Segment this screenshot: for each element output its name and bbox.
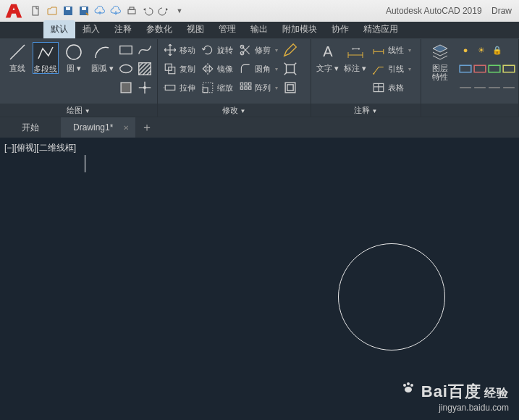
chevron-down-icon: ▾ (107, 64, 114, 72)
scale-icon (201, 81, 214, 94)
tab-parametric[interactable]: 参数化 (139, 20, 180, 38)
svg-rect-27 (245, 87, 247, 89)
layer-tool-icon[interactable] (472, 61, 488, 77)
document-tabs: 开始 Drawing1* ✕ ＋ (0, 117, 519, 138)
array-button[interactable]: 阵列▾ (237, 80, 279, 96)
panel-title-annotate[interactable]: 注释 (311, 104, 421, 117)
region-icon[interactable] (118, 80, 134, 96)
tab-drawing1[interactable]: Drawing1* ✕ (62, 117, 135, 138)
linear-dim-button[interactable]: 线性▾ (371, 42, 413, 58)
table-button[interactable]: 表格 (371, 80, 413, 96)
scale-button[interactable]: 缩放 (200, 80, 235, 96)
text-button[interactable]: A 文字 ▾ (316, 42, 340, 72)
layer-tool-icon[interactable] (457, 61, 473, 77)
tab-start[interactable]: 开始 (10, 117, 62, 138)
tab-output[interactable]: 输出 (243, 20, 275, 38)
array-icon (239, 81, 252, 94)
window-title: Autodesk AutoCAD 2019 Draw (386, 6, 512, 16)
point-icon[interactable] (137, 80, 153, 96)
svg-rect-19 (203, 88, 208, 93)
drawing-canvas[interactable]: [−][俯视][二维线框] Bai百度经验 jingyan.baidu.com (0, 138, 519, 420)
svg-rect-44 (460, 65, 471, 72)
svg-rect-31 (287, 85, 293, 91)
copy-button[interactable]: 复制 (162, 61, 197, 77)
svg-rect-12 (121, 83, 131, 93)
layer-tool-icon[interactable] (457, 80, 473, 96)
dimension-button[interactable]: ⟷ 标注 ▾ (343, 42, 368, 72)
spline-icon[interactable] (137, 42, 153, 58)
svg-point-50 (410, 384, 413, 387)
svg-rect-9 (120, 46, 132, 54)
layer-tool-icon[interactable] (486, 80, 502, 96)
polyline-button[interactable]: 多段线 (33, 42, 58, 74)
cloud-save-icon[interactable] (109, 4, 123, 18)
paw-icon (402, 381, 415, 394)
svg-rect-25 (249, 83, 251, 85)
layer-properties-button[interactable]: 图层 特性 (426, 42, 455, 81)
panel-title-draw[interactable]: 绘图 (0, 104, 157, 117)
explode-icon[interactable] (282, 61, 298, 77)
tab-view[interactable]: 视图 (180, 20, 211, 38)
svg-text:A: A (323, 43, 333, 59)
mirror-button[interactable]: 镜像 (200, 61, 235, 77)
layer-state-row[interactable]: ● ☀ 🔒 (457, 42, 508, 58)
copy-icon (164, 62, 177, 75)
cloud-open-icon[interactable] (93, 4, 107, 18)
viewport-label[interactable]: [−][俯视][二维线框] (4, 142, 76, 154)
panel-title-modify[interactable]: 修改 (158, 104, 311, 117)
hatch-icon[interactable] (137, 61, 153, 77)
redo-icon[interactable] (156, 4, 171, 18)
svg-point-49 (407, 382, 410, 385)
stretch-button[interactable]: 拉伸 (162, 80, 197, 96)
open-icon[interactable] (45, 4, 59, 18)
circle-button[interactable]: 圆 ▾ (62, 42, 87, 72)
title-bar: ▼ Autodesk AutoCAD 2019 Draw (0, 0, 519, 22)
ellipse-icon[interactable] (118, 61, 134, 77)
svg-rect-23 (240, 83, 242, 85)
layer-tool-icon[interactable] (486, 61, 502, 77)
rotate-icon (201, 43, 214, 56)
fillet-button[interactable]: 圆角▾ (237, 61, 279, 77)
plot-icon[interactable] (125, 4, 139, 18)
trim-button[interactable]: 修剪▾ (237, 42, 279, 58)
rectangle-icon[interactable] (118, 42, 134, 58)
arc-button[interactable]: 圆弧 ▾ (90, 42, 115, 72)
qat-more-icon[interactable]: ▼ (172, 4, 187, 18)
watermark: Bai百度经验 jingyan.baidu.com (402, 381, 509, 413)
new-icon[interactable] (29, 4, 43, 18)
app-logo[interactable] (3, 1, 25, 20)
saveas-icon[interactable] (77, 4, 91, 18)
svg-rect-2 (66, 7, 70, 10)
svg-rect-0 (33, 7, 38, 15)
layer-tool-icon[interactable] (501, 80, 517, 96)
stretch-icon (164, 81, 177, 94)
quick-access-toolbar: ▼ (29, 4, 187, 18)
leader-button[interactable]: 引线▾ (371, 61, 413, 77)
tab-default[interactable]: 默认 (43, 20, 75, 38)
svg-rect-45 (474, 65, 486, 72)
move-button[interactable]: 移动 (162, 42, 197, 58)
close-icon[interactable]: ✕ (123, 124, 129, 132)
ribbon: 直线 多段线 圆 ▾ 圆弧 ▾ (0, 39, 519, 117)
circle-entity[interactable] (338, 243, 445, 350)
tab-manage[interactable]: 管理 (211, 20, 243, 38)
svg-rect-46 (489, 65, 500, 72)
save-icon[interactable] (61, 4, 75, 18)
undo-icon[interactable] (140, 4, 155, 18)
tab-addins[interactable]: 附加模块 (275, 20, 324, 38)
svg-rect-28 (249, 87, 251, 89)
offset-icon[interactable] (282, 80, 298, 96)
svg-rect-5 (128, 9, 135, 14)
svg-rect-26 (240, 87, 242, 89)
add-tab-button[interactable]: ＋ (138, 119, 156, 136)
tab-annotate[interactable]: 注释 (107, 20, 139, 38)
pencil-icon[interactable] (282, 42, 298, 58)
tab-featured[interactable]: 精选应用 (356, 20, 405, 38)
trim-icon (239, 43, 252, 56)
layer-tool-icon[interactable] (501, 61, 517, 77)
tab-collab[interactable]: 协作 (324, 20, 356, 38)
line-button[interactable]: 直线 (4, 42, 30, 72)
layer-tool-icon[interactable] (472, 80, 488, 96)
rotate-button[interactable]: 旋转 (200, 42, 235, 58)
tab-insert[interactable]: 插入 (75, 20, 107, 38)
